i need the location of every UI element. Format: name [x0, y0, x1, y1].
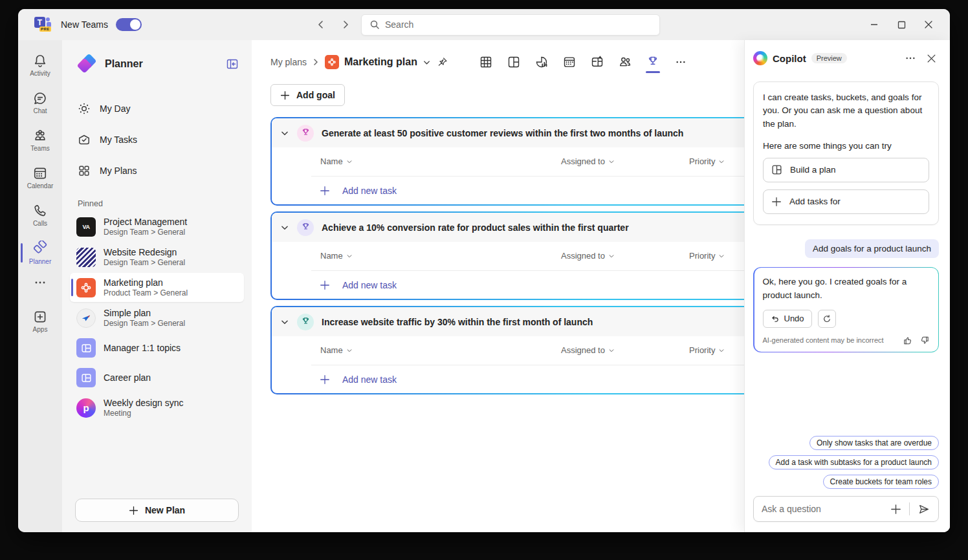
task-table-header: Name Assigned to Priority — [272, 242, 774, 270]
goal-card: Generate at least 50 positive customer r… — [270, 117, 775, 206]
collapse-sidebar-icon[interactable] — [226, 58, 239, 70]
plan-item-weekly-design-sync[interactable]: p Weekly design sync Meeting — [70, 393, 244, 422]
search-box[interactable] — [361, 14, 660, 36]
column-assigned-to[interactable]: Assigned to — [561, 345, 615, 355]
copilot-close-icon[interactable] — [923, 50, 939, 66]
plus-icon — [129, 506, 138, 515]
thumbs-down-icon[interactable] — [920, 336, 930, 345]
quick-prompt-subtasks[interactable]: Add a task with subtasks for a product l… — [769, 455, 939, 469]
add-new-task-button[interactable]: Add new task — [272, 271, 774, 299]
new-teams-toggle[interactable] — [116, 18, 142, 31]
view-board-icon[interactable] — [505, 50, 522, 74]
view-charts-icon[interactable] — [533, 50, 550, 74]
board-icon — [771, 164, 782, 175]
add-new-task-button[interactable]: Add new task — [272, 177, 774, 204]
breadcrumb: My plans Marketing plan — [270, 55, 448, 69]
rail-item-planner[interactable]: Planner — [19, 235, 61, 270]
breadcrumb-my-plans[interactable]: My plans — [270, 57, 307, 67]
copilot-panel: Copilot Preview I can create tasks, buck… — [744, 40, 950, 532]
view-people-icon[interactable] — [617, 50, 633, 74]
copilot-input-box[interactable] — [753, 496, 939, 522]
quick-prompt-overdue[interactable]: Only show tasks that are overdue — [809, 436, 939, 450]
view-timeline-icon[interactable] — [589, 50, 606, 74]
add-goal-button[interactable]: Add goal — [270, 84, 345, 106]
plus-icon — [320, 186, 330, 196]
chevron-down-icon[interactable] — [280, 223, 289, 232]
rail-item-calendar[interactable]: Calendar — [19, 160, 61, 195]
plan-item-marketing-plan[interactable]: Marketing plan Product Team > General — [70, 273, 244, 302]
app-title: New Teams — [61, 19, 108, 30]
sidebar-item-my-tasks[interactable]: My Tasks — [70, 125, 244, 154]
minimize-button[interactable] — [864, 15, 884, 34]
send-icon[interactable] — [915, 501, 932, 517]
column-priority[interactable]: Priority — [689, 345, 725, 355]
sidebar-title: Planner — [105, 58, 218, 70]
ask-question-input[interactable] — [762, 504, 882, 514]
task-table-header: Name Assigned to Priority — [272, 147, 774, 176]
chat-icon — [33, 91, 47, 105]
chevron-down-icon[interactable] — [423, 58, 431, 67]
goal-header[interactable]: Generate at least 50 positive customer r… — [272, 118, 774, 147]
add-tasks-for-button[interactable]: Add tasks for — [763, 189, 929, 214]
thumbs-up-icon[interactable] — [903, 336, 912, 345]
add-new-task-button[interactable]: Add new task — [272, 365, 774, 393]
regenerate-button[interactable] — [818, 310, 836, 328]
copilot-try-text: Here are some things you can try — [763, 141, 929, 151]
column-name[interactable]: Name — [320, 251, 353, 261]
goal-title: Generate at least 50 positive customer r… — [322, 128, 683, 138]
rail-item-teams[interactable]: Teams — [19, 123, 61, 158]
column-name[interactable]: Name — [320, 156, 353, 166]
more-views-icon[interactable] — [672, 50, 689, 74]
maximize-button[interactable] — [892, 15, 911, 34]
close-button[interactable] — [919, 15, 938, 34]
preview-badge: Preview — [811, 53, 847, 63]
column-name[interactable]: Name — [320, 345, 353, 355]
goal-header[interactable]: Increase website traffic by 30% within t… — [272, 307, 774, 336]
chevron-down-icon[interactable] — [280, 129, 289, 138]
planner-icon — [32, 241, 48, 256]
plus-icon — [771, 197, 782, 207]
new-plan-button[interactable]: New Plan — [75, 499, 239, 522]
back-arrow-icon[interactable] — [312, 16, 330, 34]
column-assigned-to[interactable]: Assigned to — [561, 156, 615, 166]
rail-more-button[interactable] — [19, 273, 61, 292]
chevron-down-icon[interactable] — [280, 318, 289, 327]
plan-item-project-management[interactable]: VA Project Management Design Team > Gene… — [70, 212, 244, 241]
view-goals-icon[interactable] — [644, 50, 661, 74]
tasks-check-icon — [78, 133, 91, 146]
plan-item-website-redesign[interactable]: Website Redesign Design Team > General — [70, 242, 244, 272]
input-divider — [909, 502, 910, 515]
planner-logo-icon — [78, 54, 97, 74]
plan-item-manager-topics[interactable]: Manager 1:1 topics — [70, 334, 244, 362]
build-a-plan-button[interactable]: Build a plan — [763, 158, 929, 182]
column-priority[interactable]: Priority — [689, 251, 725, 261]
view-schedule-icon[interactable] — [561, 50, 578, 74]
plan-item-simple-plan[interactable]: Simple plan Design Team > General — [70, 303, 244, 332]
forward-arrow-icon[interactable] — [336, 16, 355, 34]
undo-button[interactable]: Undo — [763, 310, 812, 328]
plan-item-career-plan[interactable]: Career plan — [70, 363, 244, 392]
copilot-logo-icon — [753, 51, 767, 65]
quick-prompt-buckets[interactable]: Create buckets for team roles — [823, 475, 939, 489]
chevron-down-icon — [346, 158, 353, 165]
search-input[interactable] — [385, 19, 652, 30]
copilot-more-icon[interactable] — [903, 50, 918, 66]
column-assigned-to[interactable]: Assigned to — [561, 251, 615, 261]
marketing-plan-logo-icon — [325, 55, 339, 69]
task-table-header: Name Assigned to Priority — [272, 336, 774, 365]
goal-header[interactable]: Achieve a 10% conversion rate for produc… — [272, 213, 774, 242]
rail-item-chat[interactable]: Chat — [19, 85, 61, 120]
chevron-down-icon — [718, 347, 725, 354]
rail-item-calls[interactable]: Calls — [19, 198, 61, 233]
marketing-plan-logo-icon — [76, 278, 96, 297]
rail-item-activity[interactable]: Activity — [19, 48, 61, 83]
sidebar-item-my-day[interactable]: My Day — [70, 94, 244, 123]
ellipsis-icon — [34, 281, 46, 285]
column-priority[interactable]: Priority — [689, 156, 725, 166]
rail-item-apps[interactable]: Apps — [19, 304, 61, 339]
sidebar-item-my-plans[interactable]: My Plans — [70, 156, 244, 185]
view-grid-icon[interactable] — [478, 50, 494, 74]
teams-logo-icon: T PRE — [34, 15, 53, 34]
pin-icon[interactable] — [437, 57, 448, 67]
attach-plus-icon[interactable] — [887, 501, 904, 517]
